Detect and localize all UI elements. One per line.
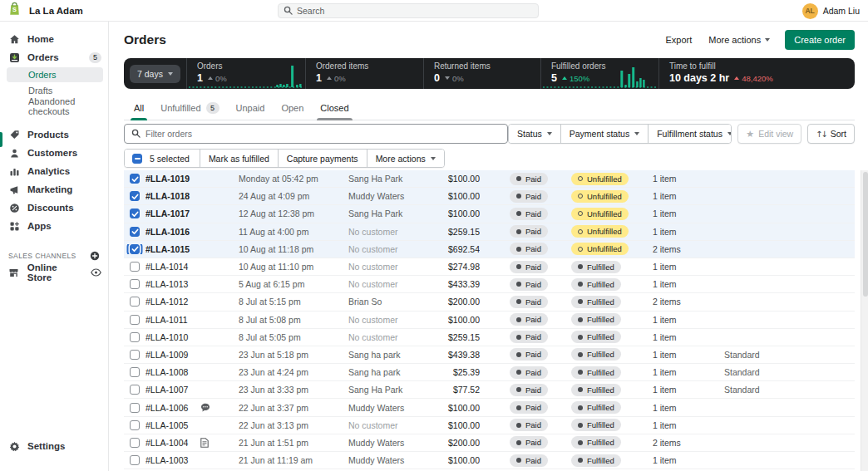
- table-row[interactable]: #LLA-1018 24 Aug at 4:09 pm Muddy Waters…: [124, 188, 855, 205]
- row-checkbox[interactable]: [130, 227, 140, 237]
- row-checkbox[interactable]: [130, 385, 140, 395]
- order-id-link[interactable]: #LLA-1005: [145, 420, 200, 430]
- analytics-bar: 7 days Orders 1 0% Ordered items 1 0%: [124, 58, 855, 89]
- table-row[interactable]: #LLA-1011 8 Jul at 5:08 pm No customer $…: [124, 312, 855, 329]
- table-row[interactable]: #LLA-1009 23 Jun at 5:18 pm Sang ha park…: [124, 346, 855, 364]
- table-scrollbar[interactable]: [861, 170, 868, 471]
- order-id-link[interactable]: #LLA-1013: [145, 279, 200, 289]
- order-id-link[interactable]: #LLA-1008: [145, 367, 200, 377]
- tab-all[interactable]: All: [127, 96, 150, 120]
- sidebar-item-apps[interactable]: Apps: [0, 217, 108, 235]
- row-checkbox[interactable]: [130, 209, 140, 218]
- order-id-link[interactable]: #LLA-1016: [145, 227, 200, 237]
- row-checkbox[interactable]: [130, 297, 140, 307]
- table-row[interactable]: #LLA-1006 22 Jun at 3:37 pm Muddy Waters…: [124, 399, 855, 416]
- user-menu[interactable]: AL Adam Liu: [802, 2, 860, 20]
- order-id-link[interactable]: #LLA-1012: [145, 297, 200, 307]
- row-checkbox[interactable]: [130, 332, 140, 342]
- table-row[interactable]: #LLA-1008 23 Jun at 4:24 pm Sang ha park…: [124, 364, 855, 381]
- table-row[interactable]: #LLA-1003 21 Jun at 11:19 am Muddy Water…: [124, 452, 855, 469]
- sidebar-subitem-orders[interactable]: Orders: [7, 67, 103, 82]
- row-checkbox[interactable]: [130, 191, 140, 201]
- edit-view-button[interactable]: ★Edit view: [737, 124, 801, 144]
- sort-button[interactable]: ↑↓Sort: [807, 124, 855, 144]
- tab-unfulfilled[interactable]: Unfulfilled5: [154, 96, 225, 120]
- sidebar-item-marketing[interactable]: Marketing: [0, 180, 108, 199]
- table-row[interactable]: #LLA-1019 Monday at 05:42 pm Sang Ha Par…: [124, 170, 855, 188]
- order-id-link[interactable]: #LLA-1004: [145, 438, 200, 448]
- export-button[interactable]: Export: [658, 32, 698, 48]
- date-range-selector[interactable]: 7 days: [130, 65, 180, 83]
- store-brand[interactable]: S La La Adam: [0, 2, 109, 20]
- sidebar-item-discounts[interactable]: Discounts: [0, 199, 108, 217]
- global-search-input[interactable]: [297, 6, 533, 16]
- scrollbar-thumb[interactable]: [863, 172, 868, 297]
- sidebar-item-online-store[interactable]: Online Store: [0, 263, 108, 282]
- row-checkbox[interactable]: [130, 262, 140, 272]
- sidebar-item-home[interactable]: Home: [0, 30, 108, 48]
- row-checkbox[interactable]: [130, 315, 140, 325]
- order-id-link[interactable]: #LLA-1007: [145, 385, 200, 395]
- order-id-link[interactable]: #LLA-1010: [145, 332, 200, 342]
- tab-closed[interactable]: Closed: [313, 96, 355, 120]
- row-checkbox[interactable]: [130, 455, 140, 465]
- avatar: AL: [802, 3, 818, 19]
- order-id-link[interactable]: #LLA-1014: [145, 262, 200, 272]
- order-id-link[interactable]: #LLA-1011: [145, 315, 200, 325]
- table-row[interactable]: #LLA-1012 8 Jul at 5:15 pm Brian So $200…: [124, 293, 855, 311]
- payment-status-filter-button[interactable]: Payment status: [560, 125, 648, 143]
- tab-open[interactable]: Open: [274, 96, 310, 120]
- bulk-actions-bar: 5 selected Mark as fulfilled Capture pay…: [124, 149, 445, 168]
- select-all-checkbox[interactable]: [132, 154, 142, 164]
- sidebar-item-settings[interactable]: Settings: [0, 437, 108, 455]
- row-checkbox[interactable]: [130, 367, 140, 377]
- order-id-link[interactable]: #LLA-1019: [145, 174, 200, 184]
- table-row[interactable]: #LLA-1004 21 Jun at 1:51 pm Muddy Waters…: [124, 434, 855, 452]
- metric-fulfilled-orders[interactable]: Fulfilled orders 5 150%: [540, 58, 658, 89]
- order-id-link[interactable]: #LLA-1015: [145, 244, 200, 254]
- capture-payments-button[interactable]: Capture payments: [278, 150, 367, 167]
- sidebar-item-products[interactable]: Products: [0, 125, 108, 144]
- status-filter-button[interactable]: Status: [509, 125, 560, 143]
- filter-orders-input[interactable]: [145, 129, 501, 139]
- add-sales-channel-icon[interactable]: [90, 251, 100, 261]
- sidebar-item-analytics[interactable]: Analytics: [0, 162, 108, 180]
- table-row[interactable]: #LLA-1014 10 Aug at 11:10 pm No customer…: [124, 258, 855, 276]
- view-store-eye-icon[interactable]: [91, 268, 101, 277]
- row-checkbox[interactable]: [130, 244, 140, 254]
- order-id-link[interactable]: #LLA-1009: [145, 350, 200, 360]
- metric-time-to-fulfill[interactable]: Time to fulfill 10 days 2 hr 48,420%: [658, 58, 855, 89]
- table-row[interactable]: #LLA-1016 11 Aug at 4:00 pm No customer …: [124, 223, 855, 241]
- row-checkbox[interactable]: [130, 438, 140, 448]
- row-checkbox[interactable]: [130, 350, 140, 360]
- table-row[interactable]: #LLA-1010 8 Jul at 5:05 pm No customer $…: [124, 329, 855, 346]
- order-id-link[interactable]: #LLA-1018: [145, 191, 200, 201]
- more-actions-button[interactable]: More actions: [702, 32, 777, 48]
- paid-dot-icon: [516, 176, 521, 181]
- table-row[interactable]: #LLA-1017 12 Aug at 12:38 pm Sang Ha Par…: [124, 205, 855, 223]
- order-id-link[interactable]: #LLA-1006: [145, 403, 200, 413]
- row-checkbox[interactable]: [130, 403, 140, 413]
- fulfillment-status-filter-button[interactable]: Fulfillment status: [648, 125, 732, 143]
- tab-unpaid[interactable]: Unpaid: [229, 96, 272, 120]
- sidebar-item-orders[interactable]: Orders 5: [0, 48, 108, 66]
- sidebar-item-customers[interactable]: Customers: [0, 144, 108, 162]
- table-row[interactable]: #LLA-1005 22 Jun at 3:13 pm No customer …: [124, 417, 855, 434]
- row-checkbox[interactable]: [130, 420, 140, 430]
- row-checkbox[interactable]: [130, 279, 140, 289]
- order-id-link[interactable]: #LLA-1003: [145, 455, 200, 465]
- metric-ordered-items[interactable]: Ordered items 1 0%: [305, 58, 423, 89]
- filter-orders-search[interactable]: [124, 124, 508, 144]
- global-search[interactable]: [278, 3, 539, 18]
- metric-returned-items[interactable]: Returned items 0 0%: [423, 58, 540, 89]
- row-checkbox[interactable]: [130, 174, 140, 184]
- bulk-more-actions-button[interactable]: More actions: [367, 150, 444, 167]
- sidebar-subitem-abandoned-checkouts[interactable]: Abandoned checkouts: [7, 99, 103, 114]
- order-id-link[interactable]: #LLA-1017: [145, 209, 200, 218]
- table-row[interactable]: #LLA-1013 5 Aug at 6:15 pm No customer $…: [124, 276, 855, 293]
- mark-as-fulfilled-button[interactable]: Mark as fulfilled: [200, 150, 278, 167]
- create-order-button[interactable]: Create order: [785, 30, 855, 50]
- table-row[interactable]: #LLA-1007 23 Jun at 3:33 pm Sang Ha Park…: [124, 381, 855, 399]
- metric-orders[interactable]: Orders 1 0%: [186, 58, 305, 89]
- table-row[interactable]: #LLA-1015 10 Aug at 11:18 pm No customer…: [124, 241, 855, 258]
